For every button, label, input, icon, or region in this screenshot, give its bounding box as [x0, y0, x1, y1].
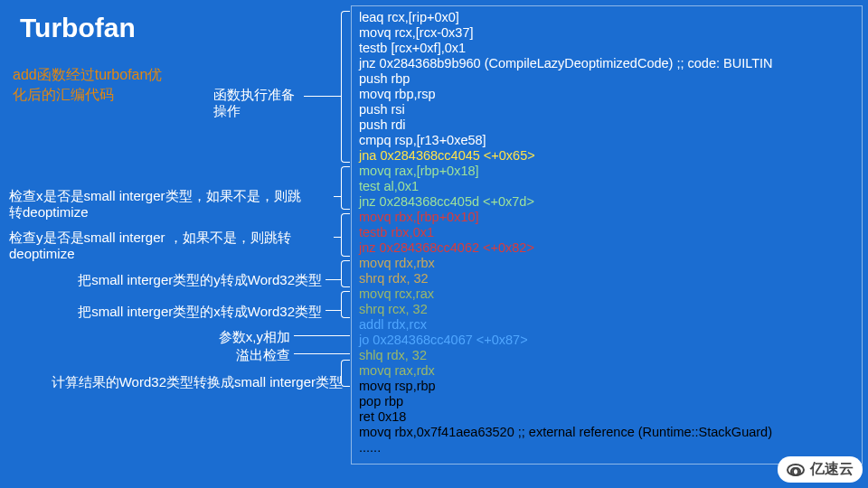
asm-line: ret 0x18: [359, 409, 854, 425]
asm-line: movq rbp,rsp: [359, 87, 854, 102]
asm-line: testb rbx,0x1: [359, 225, 854, 240]
asm-line: jnz 0x284368cc4062 <+0x82>: [359, 240, 854, 256]
conn-conv-x: [326, 310, 341, 311]
subtitle-line1: add函数经过turbofan优: [13, 67, 162, 82]
brace-conv-x: [341, 291, 350, 318]
asm-line: movq rcx,rax: [359, 286, 854, 302]
asm-line: movq rsp,rbp: [359, 379, 854, 394]
asm-line: jnz 0x284368b9b960 (CompileLazyDeoptimiz…: [359, 56, 854, 71]
asm-code-panel: leaq rcx,[rip+0x0]movq rcx,[rcx-0x37]tes…: [351, 5, 863, 465]
asm-line: leaq rcx,[rip+0x0]: [359, 10, 854, 25]
brace-check-x: [341, 166, 350, 210]
annot-prep-l1: 函数执行准备: [213, 87, 295, 102]
subtitle-line2: 化后的汇编代码: [13, 87, 114, 102]
asm-line: jna 0x284368cc4045 <+0x65>: [359, 148, 854, 164]
page-title: Turbofan: [20, 13, 136, 43]
annot-conv-x: 把small interger类型的x转成Word32类型: [78, 304, 322, 320]
conn-prep: [304, 96, 341, 97]
subtitle: add函数经过turbofan优 化后的汇编代码: [13, 65, 203, 106]
brace-check-y: [341, 213, 350, 257]
brace-result: [341, 360, 350, 387]
conn-add: [294, 335, 350, 336]
asm-line: shrq rdx, 32: [359, 271, 854, 286]
annot-conv-y: 把small interger类型的y转成Word32类型: [78, 272, 322, 288]
conn-overflow: [294, 353, 350, 354]
conn-check-y: [334, 237, 341, 238]
conn-check-x: [334, 196, 341, 197]
conn-conv-y: [326, 279, 341, 280]
annot-check-x: 检查x是否是small interger类型，如果不是，则跳 转deoptimi…: [9, 188, 335, 221]
asm-line: movq rdx,rbx: [359, 256, 854, 271]
asm-line: jnz 0x284368cc405d <+0x7d>: [359, 194, 854, 210]
annot-check-y-l1: 检查y是否是small interger ，如果不是，则跳转: [9, 230, 291, 245]
brace-prep: [341, 11, 350, 163]
annot-add: 参数x,y相加: [219, 329, 290, 345]
asm-line: movq rcx,[rcx-0x37]: [359, 25, 854, 41]
watermark-badge: 亿速云: [778, 456, 863, 483]
brace-conv-y: [341, 260, 350, 287]
asm-line: push rdi: [359, 117, 854, 133]
asm-line: jo 0x284368cc4067 <+0x87>: [359, 333, 854, 348]
annot-check-y-l2: deoptimize: [9, 246, 75, 261]
annot-check-y: 检查y是否是small interger ，如果不是，则跳转 deoptimiz…: [9, 230, 335, 262]
annot-overflow: 溢出检查: [236, 347, 290, 363]
annot-prep: 函数执行准备 操作: [213, 87, 295, 119]
asm-line: movq rbx,[rbp+0x10]: [359, 210, 854, 225]
asm-line: push rbp: [359, 71, 854, 87]
asm-line: shlq rdx, 32: [359, 348, 854, 363]
asm-line: pop rbp: [359, 394, 854, 409]
watermark-text: 亿速云: [810, 460, 854, 479]
asm-line: shrq rcx, 32: [359, 302, 854, 317]
watermark-logo-icon: [787, 464, 805, 476]
annot-check-x-l1: 检查x是否是small interger类型，如果不是，则跳: [9, 188, 301, 203]
asm-line: cmpq rsp,[r13+0xe58]: [359, 133, 854, 148]
asm-line: testb [rcx+0xf],0x1: [359, 41, 854, 56]
asm-line: movq rax,rdx: [359, 363, 854, 379]
asm-line: movq rbx,0x7f41aea63520 ;; external refe…: [359, 425, 854, 440]
asm-line: push rsi: [359, 102, 854, 117]
annot-result: 计算结果的Word32类型转换成small interger类型: [52, 374, 343, 390]
annot-prep-l2: 操作: [213, 103, 241, 118]
asm-line: test al,0x1: [359, 179, 854, 194]
asm-line: ......: [359, 440, 854, 455]
annot-check-x-l2: 转deoptimize: [9, 204, 89, 220]
asm-line: movq rax,[rbp+0x18]: [359, 164, 854, 179]
asm-line: addl rdx,rcx: [359, 317, 854, 333]
